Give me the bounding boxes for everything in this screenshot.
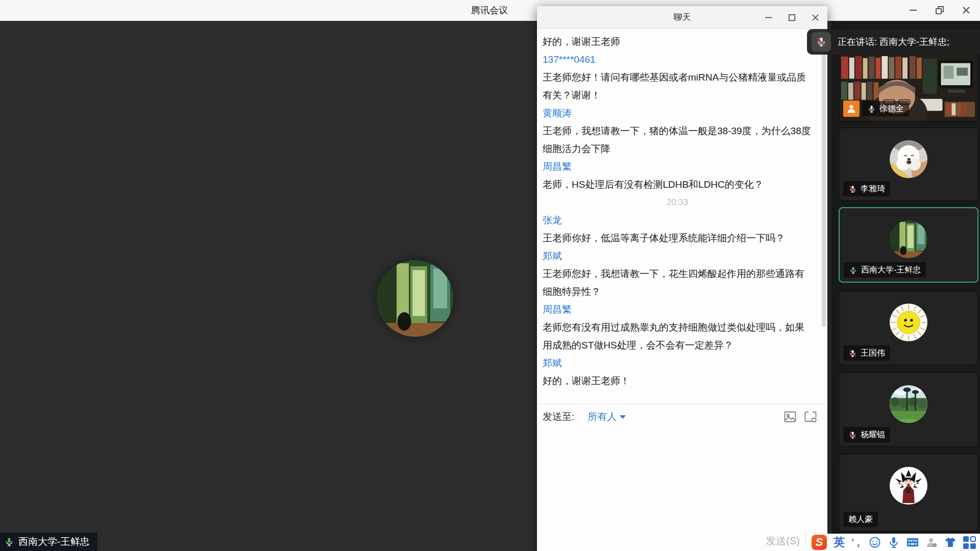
send-button[interactable]: 发送(S) [766, 534, 800, 548]
send-to-value: 所有人 [587, 410, 617, 423]
mic-on-icon [867, 105, 876, 113]
participant-name: 杨耀锟 [861, 430, 885, 440]
chat-message-sender: 郑斌 [543, 247, 812, 265]
close-button[interactable] [961, 5, 972, 16]
chat-message-text: 老师，HS处理后有没有检测LDHB和LDHC的变化？ [543, 176, 812, 193]
skin-shirt-icon [944, 536, 957, 548]
close-icon [811, 13, 820, 22]
chat-window: 聊天 好的，谢谢王老师 137****0461 王老师您好！请问有哪些基因或者m… [537, 6, 827, 551]
participant-name-badge: 西南大学-王鲜忠 [844, 262, 926, 278]
chat-message-sender: 周昌繁 [543, 300, 812, 318]
minimize-icon [764, 13, 773, 22]
mic-active-icon [4, 537, 14, 547]
chat-message-text: 好的，谢谢王老师！ [543, 372, 812, 390]
window-controls [908, 0, 972, 20]
user-profile-button[interactable] [925, 535, 938, 550]
send-to-dropdown[interactable]: 所有人 [587, 410, 626, 423]
ime-toolbar: S 英 ’， [807, 534, 980, 551]
sogou-logo-icon[interactable]: S [812, 535, 827, 550]
voice-mic-icon [888, 536, 900, 548]
chevron-down-icon [620, 415, 626, 419]
sun-smiley [890, 304, 927, 341]
divider [805, 532, 806, 546]
self-name-label: 西南大学-王鲜忠 [18, 535, 89, 548]
green-hallway-photo [890, 220, 927, 258]
green-hallway-photo [377, 260, 453, 337]
participant-tile[interactable]: 杨耀锟 [839, 372, 978, 447]
chat-scrollbar[interactable] [822, 49, 826, 327]
restore-icon [935, 6, 944, 15]
mic-muted-icon [848, 349, 857, 358]
chat-maximize-button[interactable] [787, 12, 797, 22]
participant-avatar [890, 467, 927, 505]
chat-message-sender: 137****0461 [543, 51, 812, 68]
participant-tile[interactable]: 王国伟 [839, 291, 978, 365]
participant-name: 西南大学-王鲜忠 [861, 265, 921, 276]
participant-name-badge: 王国伟 [843, 345, 890, 361]
toolbox-grid-button[interactable] [963, 535, 976, 550]
chat-titlebar[interactable]: 聊天 [537, 6, 827, 29]
speaking-banner-text: 正在讲话: 西南大学-王鲜忠; [838, 36, 949, 48]
chat-window-controls [763, 6, 820, 29]
participant-name: 王国伟 [861, 348, 885, 359]
mic-active-icon [849, 266, 857, 274]
mic-muted-icon [848, 431, 857, 439]
minimize-icon [909, 6, 918, 15]
participant-name-badge: 徐德全 [862, 101, 909, 116]
participants-sidebar: 徐德全 [831, 20, 980, 551]
anime-character [890, 467, 927, 505]
restore-button[interactable] [934, 5, 945, 16]
participant-name: 赖人豪 [848, 514, 873, 525]
chat-message-list: 好的，谢谢王老师 137****0461 王老师您好！请问有哪些基因或者miRN… [537, 29, 827, 407]
chat-message-text: 王老师，我想请教一下，猪的体温一般是38-39度，为什么38度细胞活力会下降 [543, 122, 812, 158]
voice-input-button[interactable] [888, 535, 900, 550]
app-title: 腾讯会议 [449, 0, 530, 20]
sogou-logo-letter: S [812, 535, 827, 550]
punctuation-button[interactable]: ’， [851, 535, 863, 550]
skin-shirt-button[interactable] [944, 535, 957, 550]
chat-message-sender: 黄顺涛 [543, 104, 812, 122]
participant-name: 徐德全 [879, 104, 904, 114]
image-attach-button[interactable] [783, 411, 797, 423]
participant-avatar [890, 385, 927, 423]
screen: 腾讯会议 [0, 0, 980, 551]
language-label: 英 [834, 535, 845, 550]
emoji-button[interactable] [869, 535, 881, 550]
participant-tile[interactable]: 赖人豪 [839, 454, 978, 532]
screen-capture-button[interactable] [804, 411, 817, 423]
chat-time-divider: 20:33 [543, 193, 812, 211]
chat-message-text: 好的，谢谢王老师 [543, 33, 812, 51]
chat-message-sender: 张龙 [543, 211, 812, 229]
soft-keyboard-button[interactable] [906, 535, 919, 550]
maximize-icon [788, 13, 796, 22]
participant-name: 李雅琦 [861, 184, 885, 194]
participant-tile[interactable]: 李雅琦 [839, 128, 978, 201]
chat-minimize-button[interactable] [763, 12, 773, 22]
chat-message-text: 王老师您好！请问有哪些基因或者miRNA与公猪精液量或品质有关？谢谢！ [543, 68, 812, 104]
mic-muted-icon [848, 185, 857, 193]
close-icon [962, 6, 971, 15]
speaking-banner: 正在讲话: 西南大学-王鲜忠; [807, 29, 980, 55]
main-stage-avatar [377, 260, 453, 337]
chat-message-text: 老师您有没有用过成熟睾丸的支持细胞做过类似处理吗，如果用成熟的ST做HS处理，会… [543, 318, 812, 354]
banner-mic-chip [812, 32, 831, 52]
app-titlebar: 腾讯会议 [0, 0, 980, 21]
white-dog [890, 140, 927, 178]
participant-name-badge: 赖人豪 [843, 512, 878, 527]
chat-close-button[interactable] [810, 12, 820, 22]
chat-message-sender: 郑斌 [543, 354, 812, 372]
presenter-badge-icon [843, 101, 860, 117]
park-trees [890, 385, 927, 423]
chat-message-text: 王老师你好，低温等离子体处理系统能详细介绍一下吗？ [543, 229, 812, 247]
emoji-icon [869, 536, 881, 548]
chat-message-text: 王老师您好，我想请教一下，花生四烯酸起作用的那些通路有细胞特异性？ [543, 265, 812, 300]
user-profile-icon [925, 536, 938, 548]
toolbox-grid-icon [963, 536, 976, 549]
participant-name-badge: 李雅琦 [843, 181, 890, 196]
language-toggle-button[interactable]: 英 [834, 535, 845, 550]
minimize-button[interactable] [908, 5, 919, 16]
participant-tile-speaking[interactable]: 西南大学-王鲜忠 [839, 207, 978, 283]
participant-tile[interactable]: 徐德全 [839, 53, 978, 121]
chat-sendbar: 发送至: 所有人 [537, 404, 827, 429]
send-to-label: 发送至: [543, 410, 574, 423]
